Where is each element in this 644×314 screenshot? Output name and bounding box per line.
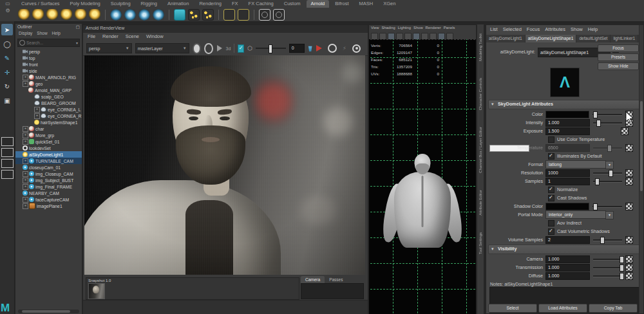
- slider-handle[interactable]: [600, 237, 605, 244]
- attribute-editor-menu-item[interactable]: Attributes: [545, 26, 565, 35]
- outliner-item[interactable]: + imagePlane1: [15, 203, 82, 209]
- outliner-menu-item[interactable]: Show: [37, 31, 47, 37]
- divider[interactable]: [169, 10, 169, 20]
- outliner-item[interactable]: + side: [15, 68, 82, 74]
- divider[interactable]: [105, 10, 106, 20]
- rotate-tool-icon[interactable]: ↻: [1, 80, 13, 92]
- tx-manager-icon[interactable]: [188, 9, 200, 21]
- attribute-checkbox[interactable]: [548, 220, 554, 226]
- film-gate-icon[interactable]: [438, 33, 445, 40]
- expand-icon[interactable]: +: [23, 203, 28, 209]
- outliner-menu-item[interactable]: Help: [52, 31, 61, 37]
- expand-icon[interactable]: +: [23, 197, 28, 203]
- attribute-slider[interactable]: [593, 255, 622, 263]
- attribute-checkbox[interactable]: [548, 228, 554, 235]
- attribute-value-field[interactable]: 1000: [545, 169, 590, 177]
- sidebar-vertical-tab[interactable]: Character Controls: [478, 78, 482, 110]
- region-render-button[interactable]: [352, 44, 361, 53]
- attribute-checkbox[interactable]: [548, 153, 554, 160]
- camera-attributes-icon[interactable]: [388, 33, 395, 40]
- slider-handle[interactable]: [620, 256, 624, 263]
- slider-handle[interactable]: [595, 178, 600, 185]
- outliner-item[interactable]: + front: [15, 61, 82, 68]
- mesh-light-icon[interactable]: [89, 9, 100, 21]
- attribute-slider[interactable]: [592, 111, 622, 118]
- attribute-editor-menu-item[interactable]: Help: [588, 26, 598, 35]
- map-button[interactable]: [621, 127, 629, 135]
- spot-light-icon[interactable]: [32, 9, 44, 21]
- attribute-slider[interactable]: [593, 178, 622, 185]
- layout-single-pane-button[interactable]: [1, 137, 14, 146]
- expand-icon[interactable]: +: [23, 178, 28, 183]
- attribute-slider[interactable]: [592, 203, 622, 210]
- expand-icon[interactable]: +: [23, 158, 28, 164]
- grease-pencil-icon[interactable]: [421, 33, 428, 40]
- attribute-slider[interactable]: [593, 144, 622, 151]
- outliner-item[interactable]: + faceCaptureCAM: [15, 196, 82, 203]
- layout-split-pane-button[interactable]: [1, 159, 14, 168]
- shelf-tab[interactable]: Animation: [163, 0, 193, 8]
- shelf-tab[interactable]: Custom: [279, 0, 305, 8]
- node-tab[interactable]: aiSkyDomeLightShape1: [526, 35, 577, 42]
- attribute-editor-menu-item[interactable]: Selected: [503, 26, 522, 35]
- render-view-icon[interactable]: [259, 9, 270, 21]
- aa-samples-value[interactable]: 0: [289, 44, 305, 53]
- map-button[interactable]: [625, 169, 633, 177]
- map-button[interactable]: [625, 203, 633, 210]
- renderview-menu-item[interactable]: Window: [146, 33, 164, 41]
- select-tool-icon[interactable]: ➤: [1, 24, 13, 35]
- shelf-tab[interactable]: Rendering: [194, 0, 226, 8]
- attribute-slider[interactable]: [593, 236, 622, 243]
- 2d-pan-zoom-icon[interactable]: [413, 33, 420, 40]
- lasso-tool-icon[interactable]: ◯: [1, 38, 13, 50]
- node-tab[interactable]: defaultLightSet: [576, 35, 611, 42]
- image-plane-icon[interactable]: [404, 33, 412, 40]
- expand-icon[interactable]: +: [23, 81, 28, 87]
- rendered-image[interactable]: [84, 55, 365, 275]
- paint-select-tool-icon[interactable]: ✎: [1, 52, 13, 64]
- section-header-skydome[interactable]: SkyDomeLight Attributes: [488, 100, 641, 109]
- sidebar-vertical-tab[interactable]: Modeling Toolkit: [478, 33, 482, 61]
- outliner-search[interactable]: ▾: [17, 39, 80, 47]
- map-button[interactable]: [625, 178, 633, 185]
- abort-render-button[interactable]: [328, 44, 337, 53]
- shelf-tab[interactable]: Poly Modeling: [66, 0, 105, 8]
- attribute-value-field[interactable]: 2: [545, 236, 590, 244]
- slider-handle[interactable]: [620, 273, 624, 280]
- shelf-tab[interactable]: FX Caching: [244, 0, 278, 8]
- outliner-item[interactable]: + closeupCam_01: [15, 164, 82, 171]
- slider-handle[interactable]: [596, 120, 601, 127]
- outliner-item[interactable]: + img_Subject_BUST: [15, 177, 82, 183]
- map-button[interactable]: [625, 264, 633, 272]
- attribute-slider[interactable]: [593, 272, 622, 279]
- toon-shader-icon[interactable]: [153, 9, 164, 21]
- outliner-item[interactable]: + geo: [15, 80, 82, 87]
- shelf-tab[interactable]: Rigging: [137, 0, 162, 8]
- previous-snapshot-button[interactable]: [204, 43, 213, 54]
- attribute-checkbox[interactable]: [548, 187, 554, 193]
- outliner-item[interactable]: + hairSystemShape1: [15, 119, 82, 125]
- expand-icon[interactable]: +: [23, 133, 28, 138]
- viewport-menu-item[interactable]: Panels: [444, 26, 455, 32]
- light-manager-icon[interactable]: [223, 9, 235, 21]
- slider-handle[interactable]: [593, 203, 598, 210]
- slider-handle[interactable]: [269, 44, 272, 53]
- renderview-menu-item[interactable]: Scene: [126, 33, 139, 41]
- expand-icon[interactable]: +: [34, 107, 40, 113]
- expand-icon[interactable]: +: [23, 126, 28, 132]
- attribute-editor-menu-item[interactable]: Show: [571, 26, 583, 35]
- expand-icon[interactable]: +: [34, 113, 40, 119]
- save-image-icon[interactable]: [217, 45, 222, 51]
- outliner-item[interactable]: + eye_CORNEA_L: [15, 106, 82, 113]
- renderview-menu-item[interactable]: File: [88, 33, 95, 41]
- snapshot-button[interactable]: [193, 43, 201, 54]
- renderview-tab[interactable]: Passes: [325, 276, 347, 283]
- shelf-collapse-icon[interactable]: ▭: [5, 1, 10, 6]
- attribute-dropdown[interactable]: latlong: [545, 160, 606, 169]
- point-light-icon[interactable]: [18, 9, 30, 21]
- camera-select-dropdown[interactable]: persp▼: [86, 43, 132, 53]
- search-input[interactable]: [25, 41, 76, 45]
- outliner-item[interactable]: + quickSet_01: [15, 138, 82, 145]
- node-tab[interactable]: lightLinker1: [611, 35, 638, 42]
- viewport-menu-item[interactable]: View: [371, 26, 379, 32]
